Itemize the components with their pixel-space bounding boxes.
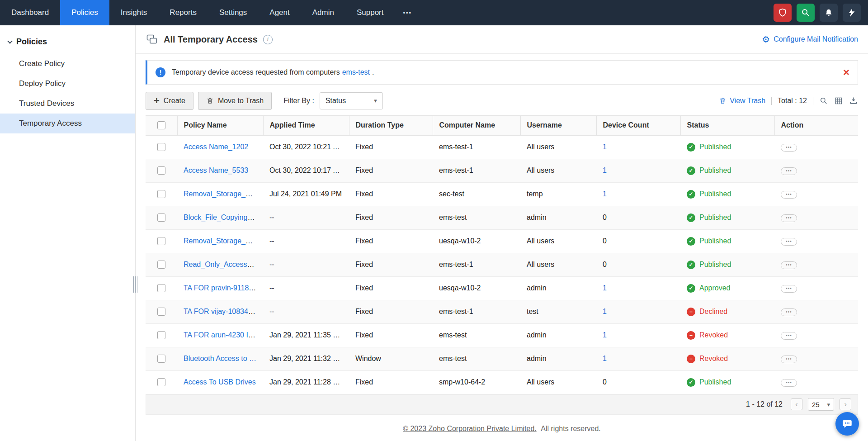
nav-item-reports[interactable]: Reports — [158, 0, 208, 25]
row-actions-button[interactable]: ••• — [781, 285, 797, 293]
search-button[interactable] — [797, 4, 815, 22]
applied-time-cell: -- — [263, 253, 349, 276]
device-count-link[interactable]: 1 — [603, 331, 607, 339]
row-select-cell — [146, 182, 177, 206]
create-button[interactable]: + Create — [146, 92, 193, 110]
policy-name-link[interactable]: Access To USB Drives — [184, 378, 256, 386]
pagination-prev-button[interactable]: ‹ — [791, 398, 802, 410]
alert-text-before: Temporary device access requested from c… — [172, 68, 340, 76]
row-checkbox[interactable] — [157, 284, 165, 292]
nav-item-insights[interactable]: Insights — [109, 0, 159, 25]
nav-item-dashboard[interactable]: Dashboard — [0, 0, 60, 25]
view-trash-link[interactable]: View Trash — [719, 97, 765, 105]
device-count-link[interactable]: 1 — [603, 284, 607, 292]
sidebar-item-temporary-access[interactable]: Temporary Access — [0, 114, 135, 133]
row-checkbox[interactable] — [157, 190, 165, 198]
row-actions-button[interactable]: ••• — [781, 379, 797, 387]
info-icon[interactable]: i — [263, 35, 273, 44]
applied-time-cell: -- — [263, 206, 349, 229]
column-chooser-button[interactable] — [834, 96, 843, 105]
column-header-computer-name[interactable]: Computer Name — [433, 115, 520, 135]
policy-name-link[interactable]: Block_File_Copying_F… — [184, 213, 263, 221]
row-select-cell — [146, 347, 177, 370]
row-actions-button[interactable]: ••• — [781, 261, 797, 269]
page-size-select[interactable]: 25 ▾ — [808, 398, 834, 411]
pagination-next-button[interactable]: › — [840, 398, 851, 410]
status-label: Published — [699, 143, 731, 151]
device-count-link[interactable]: 1 — [603, 143, 607, 151]
sidebar-resize-handle[interactable] — [133, 276, 137, 293]
row-checkbox[interactable] — [157, 213, 165, 222]
row-checkbox[interactable] — [157, 237, 165, 245]
row-select-cell — [146, 159, 177, 182]
column-header-policy-name[interactable]: Policy Name — [177, 115, 263, 135]
computer-name-cell: sec-test — [433, 182, 520, 206]
sidebar-section-policies[interactable]: Policies — [0, 34, 135, 54]
policy-name-cell: TA FOR vijay-10834 I… — [177, 300, 263, 323]
row-checkbox[interactable] — [157, 143, 165, 151]
sidebar-item-deploy-policy[interactable]: Deploy Policy — [0, 74, 135, 94]
row-checkbox[interactable] — [157, 331, 165, 339]
row-checkbox[interactable] — [157, 355, 165, 363]
row-checkbox[interactable] — [157, 308, 165, 316]
policy-name-link[interactable]: TA FOR vijay-10834 I… — [184, 308, 259, 315]
export-button[interactable] — [849, 96, 858, 105]
policy-name-link[interactable]: Bluetooth Access to … — [184, 355, 256, 362]
column-header-duration-type[interactable]: Duration Type — [349, 115, 433, 135]
device-count-link[interactable]: 1 — [603, 190, 607, 198]
nav-item-agent[interactable]: Agent — [258, 0, 301, 25]
configure-mail-notification-link[interactable]: ⚙ Configure Mail Notification — [762, 35, 858, 44]
status-label: Published — [699, 213, 731, 221]
column-header-device-count[interactable]: Device Count — [596, 115, 680, 135]
policy-name-link[interactable]: TA FOR pravin-9118 … — [184, 284, 258, 292]
quick-actions-bolt-button[interactable] — [843, 4, 861, 22]
status-filter-select[interactable]: Status ▾ — [320, 92, 383, 109]
username-cell: temp — [520, 182, 596, 206]
row-actions-button[interactable]: ••• — [781, 191, 797, 199]
sidebar-item-create-policy[interactable]: Create Policy — [0, 54, 135, 74]
policy-name-link[interactable]: Access Name_1202 — [184, 143, 248, 151]
policy-name-link[interactable]: Access Name_5533 — [184, 166, 248, 174]
row-actions-button[interactable]: ••• — [781, 308, 797, 316]
row-actions-button[interactable]: ••• — [781, 332, 797, 340]
nav-more-button[interactable]: ••• — [395, 0, 420, 25]
column-header-action[interactable]: Action — [774, 115, 858, 135]
computer-name-cell: uesqa-w10-2 — [433, 276, 520, 300]
policy-name-link[interactable]: Read_Only_Access_F… — [184, 261, 263, 268]
nav-item-admin[interactable]: Admin — [301, 0, 345, 25]
nav-item-support[interactable]: Support — [345, 0, 395, 25]
row-actions-button[interactable]: ••• — [781, 214, 797, 222]
duration-type-cell: Fixed — [349, 159, 433, 182]
status-blocked-icon: – — [687, 355, 695, 363]
close-icon[interactable]: × — [843, 67, 849, 78]
zoho-copyright-link[interactable]: © 2023 Zoho Corporation Private Limited. — [403, 425, 537, 432]
column-header-username[interactable]: Username — [520, 115, 596, 135]
security-shield-button[interactable] — [774, 4, 792, 22]
row-actions-button[interactable]: ••• — [781, 144, 797, 152]
row-checkbox[interactable] — [157, 166, 165, 175]
column-header-applied-time[interactable]: Applied Time — [263, 115, 349, 135]
policy-name-link[interactable]: TA FOR arun-4230 In… — [184, 331, 259, 339]
nav-item-settings[interactable]: Settings — [208, 0, 258, 25]
alert-banner: ! Temporary device access requested from… — [146, 60, 858, 84]
device-count-link[interactable]: 1 — [603, 166, 607, 174]
alert-computer-link[interactable]: ems-test — [342, 68, 370, 76]
device-count-link[interactable]: 1 — [603, 308, 607, 315]
device-count-link[interactable]: 1 — [603, 355, 607, 362]
nav-item-policies[interactable]: Policies — [60, 0, 109, 25]
row-actions-button[interactable]: ••• — [781, 238, 797, 246]
row-actions-button[interactable]: ••• — [781, 356, 797, 363]
row-checkbox[interactable] — [157, 378, 165, 386]
chat-support-button[interactable] — [835, 412, 859, 436]
row-checkbox[interactable] — [157, 261, 165, 269]
policy-name-link[interactable]: Removal_Storage_De… — [184, 237, 262, 245]
column-header-status[interactable]: Status — [680, 115, 774, 135]
select-all-checkbox[interactable] — [157, 121, 165, 129]
move-to-trash-button[interactable]: Move to Trash — [198, 92, 272, 110]
duration-type-cell: Fixed — [349, 323, 433, 347]
policy-name-link[interactable]: Removal_Storage_De… — [184, 190, 262, 198]
notifications-bell-button[interactable] — [820, 4, 838, 22]
table-search-button[interactable] — [819, 96, 828, 105]
row-actions-button[interactable]: ••• — [781, 167, 797, 175]
sidebar-item-trusted-devices[interactable]: Trusted Devices — [0, 94, 135, 114]
